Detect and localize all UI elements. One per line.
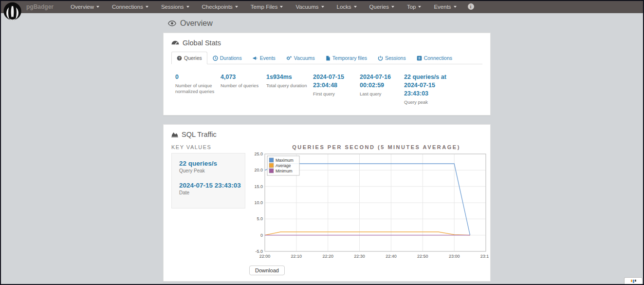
exchange-icon bbox=[417, 56, 422, 61]
sql-traffic-title: SQL Traffic bbox=[171, 131, 482, 138]
global-stats-tabs: ? Queries Durations Events Vac bbox=[171, 52, 482, 64]
nav-item-checkpoints[interactable]: Checkpoints bbox=[196, 0, 244, 13]
stat-first-query: 2024-07-15 23:04:48 First query bbox=[313, 73, 360, 105]
clock-icon bbox=[213, 56, 218, 61]
caret-down-icon bbox=[235, 6, 238, 8]
caret-down-icon bbox=[96, 6, 99, 8]
caret-down-icon bbox=[321, 6, 324, 8]
key-values-column: KEY VALUES 22 queries/s Query Peak 2024-… bbox=[171, 143, 249, 275]
nav-item-label: Events bbox=[434, 4, 451, 10]
caret-down-icon bbox=[354, 6, 357, 8]
nav-item-queries[interactable]: Queries bbox=[363, 0, 401, 13]
nav-item-temp-files[interactable]: Temp Files bbox=[244, 0, 290, 13]
nav-item-events[interactable]: Events bbox=[427, 0, 462, 13]
nav-item-label: Sessions bbox=[161, 4, 184, 10]
queries-per-second-chart: -5.005.010.015.020.025.022:0022:1022:202… bbox=[249, 150, 489, 262]
tab-events[interactable]: Events bbox=[247, 52, 281, 64]
tab-durations[interactable]: Durations bbox=[207, 52, 247, 64]
caret-down-icon bbox=[418, 6, 421, 8]
stat-number-of-queries: 4,073 Number of queries bbox=[221, 73, 266, 105]
svg-text:22:50: 22:50 bbox=[417, 254, 428, 259]
svg-text:Average: Average bbox=[276, 163, 291, 168]
stat-query-peak: 22 queries/s at 2024-07-15 23:43:03 Quer… bbox=[404, 73, 467, 105]
nav-item-label: Temp Files bbox=[251, 4, 278, 10]
bullhorn-icon bbox=[253, 56, 258, 61]
caret-down-icon bbox=[186, 6, 189, 8]
svg-text:5.0: 5.0 bbox=[257, 216, 263, 221]
nav-item-locks[interactable]: Locks bbox=[331, 0, 363, 13]
navbar: pgBadger Overview Connections Sessions C… bbox=[0, 0, 644, 13]
svg-text:10.0: 10.0 bbox=[254, 200, 263, 205]
caret-down-icon bbox=[391, 6, 394, 8]
nav-item-top[interactable]: Top bbox=[401, 0, 428, 13]
svg-text:25.0: 25.0 bbox=[254, 152, 263, 156]
brand: pgBadger bbox=[26, 3, 54, 10]
question-circle-icon: ? bbox=[177, 56, 182, 61]
svg-text:22:20: 22:20 bbox=[322, 254, 333, 259]
mini-bar-icon bbox=[635, 280, 636, 282]
tab-queries[interactable]: ? Queries bbox=[171, 52, 207, 64]
nav-item-vacuums[interactable]: Vacuums bbox=[289, 0, 330, 13]
global-stats-panel: Global Stats ? Queries Durations Events bbox=[163, 33, 491, 115]
nav-item-overview[interactable]: Overview bbox=[64, 0, 106, 13]
nav-item-label: Connections bbox=[112, 4, 143, 10]
nav-item-label: Checkpoints bbox=[202, 4, 233, 10]
page-title-text: Overview bbox=[180, 19, 213, 28]
sql-traffic-panel: SQL Traffic KEY VALUES 22 queries/s Quer… bbox=[163, 124, 491, 282]
area-chart-icon bbox=[171, 132, 178, 137]
svg-text:-5.0: -5.0 bbox=[255, 249, 263, 254]
caret-down-icon bbox=[454, 6, 457, 8]
svg-text:22:30: 22:30 bbox=[354, 254, 365, 259]
info-circle-icon[interactable]: i bbox=[468, 3, 474, 10]
tab-connections[interactable]: Connections bbox=[411, 52, 458, 64]
nav-item-label: Overview bbox=[71, 4, 94, 10]
key-values-heading: KEY VALUES bbox=[171, 144, 249, 150]
mini-bar-icon bbox=[633, 280, 634, 283]
svg-text:23:00: 23:00 bbox=[449, 254, 460, 259]
stat-total-duration: 1s934ms Total query duration bbox=[266, 73, 313, 105]
nav-item-label: Queries bbox=[369, 4, 389, 10]
nav-item-label: Top bbox=[407, 4, 416, 10]
pgbadger-logo-icon[interactable] bbox=[3, 1, 22, 21]
tab-sessions[interactable]: Sessions bbox=[372, 52, 411, 64]
global-stats-title: Global Stats bbox=[171, 39, 482, 47]
svg-text:20.0: 20.0 bbox=[254, 168, 263, 172]
svg-text:Maximum: Maximum bbox=[276, 158, 294, 163]
svg-text:?: ? bbox=[178, 56, 180, 59]
eye-icon bbox=[168, 20, 176, 26]
page-title: Overview bbox=[163, 13, 491, 33]
svg-text:15.0: 15.0 bbox=[254, 184, 263, 189]
mini-bar-icon bbox=[631, 280, 632, 282]
chart-column: QUERIES PER SECOND (5 MINUTES AVERAGE) -… bbox=[249, 143, 489, 275]
svg-text:0: 0 bbox=[260, 233, 263, 238]
caret-down-icon bbox=[280, 6, 283, 8]
power-icon bbox=[378, 56, 383, 61]
cogs-icon bbox=[286, 56, 292, 61]
key-value-query-peak: 22 queries/s bbox=[179, 160, 245, 167]
svg-text:23:10: 23:10 bbox=[480, 254, 489, 259]
stat-last-query: 2024-07-16 00:02:59 Last query bbox=[360, 73, 404, 105]
key-values-box: 22 queries/s Query Peak 2024-07-15 23:43… bbox=[171, 153, 245, 209]
tab-temporary-files[interactable]: Temporary files bbox=[320, 52, 372, 64]
chart-title: QUERIES PER SECOND (5 MINUTES AVERAGE) bbox=[264, 144, 489, 150]
global-stats-values: 0 Number of unique normalized queries 4,… bbox=[171, 71, 482, 109]
svg-text:22:00: 22:00 bbox=[259, 254, 271, 259]
nav-item-label: Vacuums bbox=[295, 4, 318, 10]
svg-text:22:10: 22:10 bbox=[291, 254, 302, 259]
svg-text:22:40: 22:40 bbox=[386, 254, 397, 259]
svg-text:Minimum: Minimum bbox=[276, 169, 292, 173]
key-value-date: 2024-07-15 23:43:03 bbox=[179, 182, 245, 189]
nav-item-label: Locks bbox=[337, 4, 351, 10]
stat-unique-queries: 0 Number of unique normalized queries bbox=[175, 73, 221, 105]
tachometer-icon bbox=[171, 40, 179, 46]
main-content: Overview Global Stats ? Queries Duration… bbox=[163, 13, 491, 285]
scroll-corner-widget[interactable] bbox=[624, 277, 643, 285]
nav-item-connections[interactable]: Connections bbox=[106, 0, 155, 13]
nav-item-sessions[interactable]: Sessions bbox=[155, 0, 196, 13]
caret-down-icon bbox=[146, 6, 148, 8]
download-button[interactable]: Download bbox=[249, 266, 285, 275]
file-icon bbox=[326, 56, 331, 61]
tab-vacuums[interactable]: Vacuums bbox=[281, 52, 320, 64]
